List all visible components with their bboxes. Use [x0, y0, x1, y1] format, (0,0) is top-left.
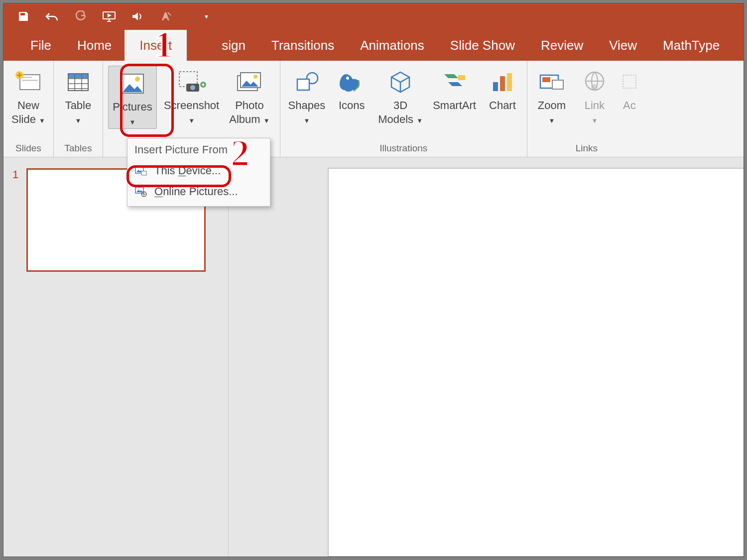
shapes-label: Shapes — [288, 99, 326, 112]
slideshow-from-beginning-icon[interactable] — [102, 10, 116, 22]
table-button[interactable]: Table ▼ — [59, 65, 98, 127]
chart-icon — [490, 68, 515, 97]
svg-point-8 — [135, 77, 140, 82]
tab-transitions[interactable]: Transitions — [258, 30, 347, 61]
zoom-button[interactable]: Zoom ▼ — [532, 65, 571, 127]
svg-rect-20 — [493, 82, 498, 91]
group-slides: New Slide ▼ Slides — [3, 61, 54, 157]
redo-icon[interactable] — [74, 10, 87, 22]
online-icon — [134, 186, 147, 197]
svg-rect-25 — [552, 80, 563, 89]
action-button[interactable]: Ac — [618, 65, 641, 113]
slide-canvas[interactable] — [328, 168, 744, 557]
new-slide-label-l1: New — [17, 99, 39, 112]
smartart-icon — [441, 68, 468, 97]
chevron-down-icon: ▼ — [39, 117, 45, 124]
tab-review[interactable]: Review — [528, 30, 596, 61]
this-device-label: This Device... — [154, 164, 221, 177]
dropdown-title: Insert Picture From — [127, 138, 270, 160]
workspace: 1 — [3, 157, 744, 557]
chart-button[interactable]: Chart — [483, 65, 522, 113]
smartart-button[interactable]: SmartArt — [430, 65, 479, 113]
group-label-tables: Tables — [64, 143, 92, 157]
chevron-down-icon: ▼ — [548, 117, 555, 124]
pictures-button[interactable]: Pictures ▼ — [108, 66, 157, 129]
photo-album-icon — [236, 68, 263, 97]
online-pictures-label: Online Pictures... — [154, 185, 238, 198]
chevron-down-icon: ▼ — [303, 117, 310, 124]
shapes-icon — [293, 68, 320, 97]
save-icon[interactable] — [17, 10, 29, 22]
tab-insert[interactable]: Insert — [124, 30, 187, 61]
screenshot-label: Screenshot — [164, 99, 219, 112]
photo-album-label-l2: Album — [229, 113, 260, 125]
zoom-label: Zoom — [538, 99, 566, 112]
group-links: Zoom ▼ Link ▼ A — [527, 61, 646, 157]
svg-rect-29 — [141, 171, 146, 175]
svg-rect-27 — [623, 75, 636, 88]
clear-formatting-icon[interactable] — [159, 10, 172, 22]
svg-rect-21 — [500, 76, 505, 91]
photo-album-label-l1: Photo — [235, 99, 264, 112]
insert-from-device[interactable]: This Device... — [127, 160, 270, 181]
table-label: Table — [65, 99, 92, 112]
tab-slideshow[interactable]: Slide Show — [437, 30, 528, 61]
device-icon — [134, 165, 147, 176]
group-illustrations: Shapes ▼ Icons 3D Models ▼ — [280, 61, 527, 157]
svg-rect-24 — [542, 77, 550, 82]
3d-models-icon — [388, 68, 413, 97]
tab-design[interactable]: sign — [187, 30, 258, 61]
link-label: Link — [585, 99, 605, 112]
customize-qat-icon[interactable]: ▾ — [205, 12, 208, 20]
new-slide-icon — [15, 68, 42, 97]
slide-thumbnails-pane[interactable]: 1 — [3, 157, 229, 557]
svg-point-15 — [253, 75, 257, 79]
photo-album-button[interactable]: Photo Album ▼ — [226, 65, 272, 127]
svg-rect-6 — [68, 74, 88, 78]
tab-file[interactable]: File — [17, 30, 64, 61]
zoom-icon — [537, 68, 566, 97]
3d-models-label-l1: 3D — [393, 99, 407, 112]
tab-mathtype[interactable]: MathType — [650, 30, 733, 61]
link-button[interactable]: Link ▼ — [575, 65, 614, 127]
slide-canvas-pane[interactable] — [229, 157, 744, 557]
undo-icon[interactable] — [44, 10, 59, 22]
svg-rect-19 — [458, 75, 465, 80]
chevron-down-icon: ▼ — [129, 118, 135, 126]
app-frame: ▾ File Home Insert sign Transitions Anim… — [3, 3, 744, 557]
insert-online-pictures[interactable]: Online Pictures... — [127, 181, 270, 202]
chevron-down-icon: ▼ — [591, 117, 598, 124]
screenshot-icon — [177, 68, 206, 97]
group-tables: Table ▼ Tables — [54, 61, 103, 157]
tab-view[interactable]: View — [596, 30, 650, 61]
screenshot-button[interactable]: Screenshot ▼ — [161, 65, 222, 127]
svg-point-18 — [346, 77, 349, 80]
tab-home[interactable]: Home — [64, 30, 124, 61]
icons-label: Icons — [339, 99, 365, 112]
link-icon — [582, 68, 607, 97]
pictures-dropdown: Insert Picture From This Device... Onlin… — [127, 138, 270, 207]
slide-number: 1 — [12, 168, 18, 181]
svg-rect-17 — [297, 79, 309, 90]
pictures-label: Pictures — [113, 101, 152, 113]
smartart-label: SmartArt — [433, 99, 476, 112]
tab-animations[interactable]: Animations — [347, 30, 437, 61]
icons-button[interactable]: Icons — [332, 65, 371, 113]
svg-point-11 — [190, 85, 195, 90]
shapes-button[interactable]: Shapes ▼ — [285, 65, 329, 127]
group-label-slides: Slides — [15, 143, 41, 157]
chevron-down-icon: ▼ — [263, 117, 270, 124]
chevron-down-icon: ▼ — [416, 117, 423, 124]
quick-access-toolbar: ▾ — [3, 3, 744, 30]
table-icon — [66, 68, 90, 97]
chevron-down-icon: ▼ — [188, 117, 195, 124]
action-icon — [621, 68, 638, 97]
chevron-down-icon: ▼ — [75, 117, 81, 124]
new-slide-button[interactable]: New Slide ▼ — [8, 65, 48, 127]
new-slide-label-l2: Slide — [11, 113, 36, 125]
svg-rect-3 — [22, 80, 38, 81]
svg-rect-2 — [22, 77, 32, 78]
3d-models-button[interactable]: 3D Models ▼ — [375, 65, 426, 127]
group-label-links: Links — [576, 143, 598, 157]
speaker-icon[interactable] — [131, 10, 144, 22]
